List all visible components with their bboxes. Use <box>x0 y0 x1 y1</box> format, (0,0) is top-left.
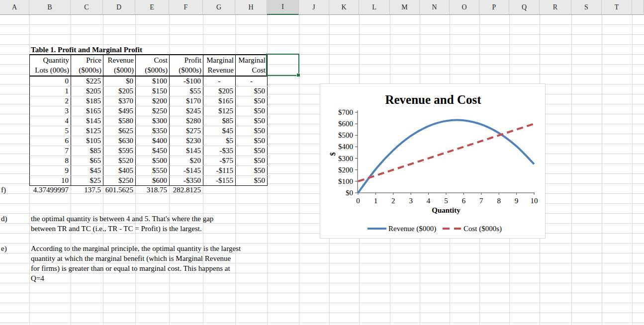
table-cell[interactable]: 1 <box>30 86 71 96</box>
f-row-label[interactable]: f) <box>1 185 6 195</box>
note-text[interactable]: According to the marginal principle, the… <box>31 244 241 283</box>
table-cell[interactable]: $100 <box>136 77 170 86</box>
table-cell[interactable]: $550 <box>136 166 170 175</box>
table-cell[interactable]: 4 <box>30 116 71 126</box>
column-header-J[interactable]: J <box>299 0 329 15</box>
table-cell[interactable]: $55 <box>170 86 203 96</box>
table-cell[interactable]: $65 <box>71 156 103 165</box>
table-cell[interactable]: $625 <box>103 126 136 136</box>
table-cell[interactable]: -$75 <box>203 156 236 165</box>
column-header-M[interactable]: M <box>390 0 420 15</box>
table-cell[interactable]: $85 <box>203 116 236 126</box>
table-cell[interactable]: $50 <box>236 106 268 116</box>
table-cell[interactable]: $405 <box>103 166 136 175</box>
table-cell[interactable]: $50 <box>236 96 268 106</box>
table-cell[interactable]: 10 <box>30 176 71 185</box>
table-cell[interactable]: $205 <box>71 86 103 96</box>
sheet-grid[interactable]: Table 1. Profit and Marginal Profit Quan… <box>0 15 644 325</box>
table-cell[interactable]: $45 <box>71 166 103 175</box>
f-row-value[interactable] <box>235 185 267 195</box>
table-cell[interactable]: -$155 <box>203 176 236 185</box>
table-cell[interactable]: $125 <box>71 126 103 136</box>
table-cell[interactable]: 5 <box>30 126 71 136</box>
selection-fill-handle[interactable] <box>296 73 300 77</box>
note-label[interactable]: d) <box>1 214 7 224</box>
column-header-H[interactable]: H <box>235 0 267 15</box>
table-header-cell[interactable]: MarginalRevenue <box>203 55 236 76</box>
column-header-G[interactable]: G <box>203 0 235 15</box>
column-header-R[interactable]: R <box>540 0 571 15</box>
column-header-partial[interactable] <box>632 0 644 15</box>
table-cell[interactable]: 0 <box>30 77 71 86</box>
column-header-O[interactable]: O <box>450 0 479 15</box>
table-cell[interactable]: 6 <box>30 136 71 146</box>
column-header-B[interactable]: B <box>29 0 71 15</box>
table-cell[interactable]: $495 <box>103 106 136 116</box>
table-cell[interactable]: $50 <box>236 156 268 165</box>
table-cell[interactable]: $500 <box>136 156 170 165</box>
column-header-D[interactable]: D <box>103 0 135 15</box>
f-row-value[interactable]: 601.5625 <box>103 185 135 195</box>
table-cell[interactable]: $200 <box>136 96 170 106</box>
table-cell[interactable]: $580 <box>103 116 136 126</box>
table-cell[interactable]: $50 <box>236 176 268 185</box>
table-cell[interactable]: $150 <box>136 86 170 96</box>
column-header-E[interactable]: E <box>135 0 169 15</box>
note-label[interactable]: e) <box>1 244 7 253</box>
table-cell[interactable]: $300 <box>136 116 170 126</box>
table-cell[interactable]: $50 <box>236 166 268 175</box>
table-cell[interactable]: 2 <box>30 96 71 106</box>
table-cell[interactable]: $185 <box>71 96 103 106</box>
table-cell[interactable]: $250 <box>103 176 136 185</box>
table-cell[interactable]: - <box>203 77 236 86</box>
table-cell[interactable]: -$100 <box>170 77 203 86</box>
table-cell[interactable]: $145 <box>71 116 103 126</box>
f-row-value[interactable]: 318.75 <box>135 185 169 195</box>
table-cell[interactable]: $450 <box>136 146 170 156</box>
table-cell[interactable]: $280 <box>170 116 203 126</box>
table-cell[interactable]: $165 <box>71 106 103 116</box>
table-cell[interactable]: $125 <box>203 106 236 116</box>
table-cell[interactable]: $50 <box>236 136 268 146</box>
column-header-T[interactable]: T <box>602 0 632 15</box>
table-cell[interactable]: -$350 <box>170 176 203 185</box>
column-header-K[interactable]: K <box>329 0 359 15</box>
table-cell[interactable]: $0 <box>103 77 136 86</box>
note-text[interactable]: the optimal quantity is between 4 and 5.… <box>31 214 213 234</box>
column-header-A[interactable]: A <box>0 0 29 15</box>
f-row-value[interactable]: 4.37499997 <box>29 185 71 195</box>
table-cell[interactable]: $205 <box>203 86 236 96</box>
table-cell[interactable]: $25 <box>71 176 103 185</box>
column-header-P[interactable]: P <box>479 0 509 15</box>
f-row-value[interactable]: 282.8125 <box>169 185 203 195</box>
table-cell[interactable]: $225 <box>71 77 103 86</box>
f-row-value[interactable]: 137.5 <box>71 185 103 195</box>
table-title[interactable]: Table 1. Profit and Marginal Profit <box>29 45 268 55</box>
table-cell[interactable]: $170 <box>170 96 203 106</box>
column-header-I[interactable]: I <box>267 0 299 15</box>
column-header-L[interactable]: L <box>359 0 390 15</box>
table-cell[interactable]: -$115 <box>203 166 236 175</box>
table-cell[interactable]: 7 <box>30 146 71 156</box>
table-cell[interactable]: $45 <box>203 126 236 136</box>
table-cell[interactable]: $5 <box>203 136 236 146</box>
table-cell[interactable]: $350 <box>136 126 170 136</box>
table-header-cell[interactable]: Profit($000s) <box>170 55 203 76</box>
table-cell[interactable]: $600 <box>136 176 170 185</box>
table-cell[interactable]: $520 <box>103 156 136 165</box>
table-cell[interactable]: $595 <box>103 146 136 156</box>
table-cell[interactable]: $630 <box>103 136 136 146</box>
table-cell[interactable]: $165 <box>203 96 236 106</box>
table-cell[interactable]: $85 <box>71 146 103 156</box>
table-header-cell[interactable]: QuantityLots (000s) <box>30 55 71 76</box>
column-header-Q[interactable]: Q <box>509 0 540 15</box>
table-cell[interactable]: $230 <box>170 136 203 146</box>
table-cell[interactable]: 8 <box>30 156 71 165</box>
table-cell[interactable]: -$35 <box>203 146 236 156</box>
column-header-C[interactable]: C <box>71 0 103 15</box>
table-cell[interactable]: $50 <box>236 126 268 136</box>
table-header-cell[interactable]: Price($000s) <box>71 55 103 76</box>
table-cell[interactable]: 3 <box>30 106 71 116</box>
table-header-cell[interactable]: MarginalCost <box>236 55 268 76</box>
column-header-S[interactable]: S <box>571 0 602 15</box>
